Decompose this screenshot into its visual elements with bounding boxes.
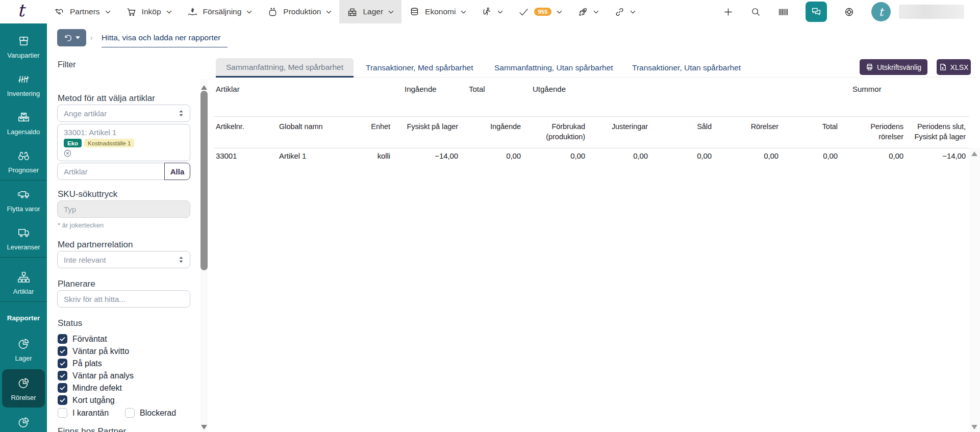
wildcard-note: * är jokertecken xyxy=(58,221,104,229)
col-fysiskt[interactable]: Fysiskt på lager xyxy=(397,121,458,132)
scroll-up-arrow[interactable] xyxy=(201,85,207,90)
app-logo[interactable]: t xyxy=(17,0,24,20)
cell-ingaende: 0,00 xyxy=(470,151,521,160)
sidebar-item-prognoser[interactable]: Prognoser xyxy=(0,142,47,180)
sidebar-item-inventering[interactable]: Inventering xyxy=(0,65,47,104)
cell-globalt-namn: Artikel 1 xyxy=(279,151,306,160)
production-icon xyxy=(267,7,278,17)
scroll-down-arrow[interactable] xyxy=(201,425,207,429)
tab-transaktioner-utan[interactable]: Transaktioner, Utan spårbarhet xyxy=(620,58,753,78)
filter-scrollbar-thumb[interactable] xyxy=(200,91,208,270)
checkbox-forvantat[interactable]: Förväntat xyxy=(58,334,107,344)
artiklar-input[interactable]: Artiklar xyxy=(57,163,165,180)
checkbox-blockerad[interactable]: Blockerad xyxy=(125,408,176,418)
breadcrumb-separator: › xyxy=(90,34,93,42)
menu-partners[interactable]: Partners xyxy=(46,0,118,23)
selected-article-box[interactable]: 33001: Artikel 1 Eko Kostnadsställe 1 xyxy=(57,124,190,161)
history-back-button[interactable] xyxy=(57,29,86,46)
col-periodens-rorelser[interactable]: Periodens rörelser xyxy=(858,121,903,142)
sku-label: SKU-sökuttryck xyxy=(58,189,117,199)
breadcrumb-title[interactable]: Hitta, visa och ladda ner rapporter xyxy=(102,33,228,47)
col-total[interactable]: Total xyxy=(792,121,838,132)
menu-ekonomi[interactable]: Ekonomi xyxy=(401,0,474,23)
menu-forsaljning[interactable]: Försäljning xyxy=(180,0,260,23)
col-periodens-slut[interactable]: Periodens slut, Fysiskt på lager xyxy=(902,121,966,142)
sku-input-disabled: Typ xyxy=(57,200,190,218)
pie-chart-icon xyxy=(17,376,31,390)
chevron-down-icon xyxy=(630,10,636,14)
checkbox-mindre-defekt[interactable]: Mindre defekt xyxy=(58,383,122,393)
col-enhet[interactable]: Enhet xyxy=(349,121,390,132)
col-ingaende[interactable]: Ingående xyxy=(470,121,521,132)
select-stepper-icon xyxy=(179,256,184,263)
menu-links[interactable] xyxy=(607,0,643,23)
sidebar-item-partial[interactable] xyxy=(0,409,47,432)
method-select[interactable]: Ange artiklar xyxy=(57,105,190,122)
search-icon[interactable] xyxy=(750,7,761,17)
xlsx-file-icon xyxy=(939,63,947,71)
printer-icon xyxy=(866,63,873,71)
xlsx-button[interactable]: XLSX xyxy=(937,59,971,75)
checkbox-vantar-kvitto[interactable]: Väntar på kvitto xyxy=(58,346,129,356)
plus-icon[interactable] xyxy=(723,7,734,17)
pie-chart-icon xyxy=(17,337,31,351)
sidebar-item-lager-rapport[interactable]: Lager xyxy=(0,326,47,368)
group-header-artiklar: Artiklar xyxy=(216,85,240,93)
planner-input[interactable]: Skriv för att hitta... xyxy=(57,290,190,308)
partner-select[interactable]: Inte relevant xyxy=(57,251,190,268)
checkbox-pa-plats[interactable]: På plats xyxy=(58,359,102,368)
remove-article-icon[interactable] xyxy=(64,149,71,157)
chevron-down-icon xyxy=(557,10,562,14)
table-scrollbar[interactable] xyxy=(970,148,980,432)
tab-sammanfattning-med[interactable]: Sammanfattning, Med spårbarhet xyxy=(216,58,354,78)
sidebar-item-artiklar[interactable]: Artiklar xyxy=(0,258,47,301)
cell-fysiskt: −14,00 xyxy=(397,151,458,160)
checkbox-kort-utgang[interactable]: Kort utgång xyxy=(58,395,115,405)
scroll-down-arrow[interactable] xyxy=(971,425,977,429)
col-globalt-namn[interactable]: Globalt namn xyxy=(279,121,323,132)
chevron-down-icon xyxy=(326,10,332,14)
menu-launch[interactable] xyxy=(570,0,607,23)
group-header-summor: Summor xyxy=(852,85,882,93)
sidebar: Varupartier Inventering Lagersaldo Progn… xyxy=(0,23,47,432)
menu-tasks[interactable]: 955 xyxy=(511,0,569,23)
table-divider xyxy=(214,148,969,148)
menu-lager[interactable]: Lager xyxy=(339,0,401,23)
col-justeringar[interactable]: Justeringar xyxy=(592,121,648,132)
cell-artikelnr[interactable]: 33001 xyxy=(216,151,237,160)
menu-produktion[interactable]: Produktion xyxy=(260,0,339,23)
eko-badge: Eko xyxy=(64,139,82,147)
scroll-up-arrow[interactable] xyxy=(971,151,977,156)
chat-button[interactable] xyxy=(806,2,827,22)
status-label: Status xyxy=(58,318,82,328)
menu-activities[interactable] xyxy=(474,0,511,23)
sidebar-item-flytta-varor[interactable]: Flytta varor xyxy=(0,181,47,219)
col-sald[interactable]: Såld xyxy=(666,121,712,132)
binoculars-icon xyxy=(17,149,31,163)
selected-article: 33001: Artikel 1 xyxy=(64,128,116,137)
barcode-icon[interactable] xyxy=(778,7,789,17)
kostnadsstalle-badge: Kostnadsställe 1 xyxy=(84,139,134,147)
sidebar-item-varupartier[interactable]: Varupartier xyxy=(0,27,47,65)
print-friendly-button[interactable]: Utskriftsvänlig xyxy=(860,59,927,75)
method-label: Metod för att välja artiklar xyxy=(58,93,155,104)
sidebar-item-rorelser[interactable]: Rörelser xyxy=(2,369,45,408)
group-header-ingaende: Ingående xyxy=(405,85,437,93)
tab-transaktioner-med[interactable]: Transaktioner, Med spårbarhet xyxy=(354,58,486,78)
caret-down-icon xyxy=(76,36,80,39)
menu-inkop[interactable]: Inköp xyxy=(118,0,180,23)
checkbox-checked-icon xyxy=(58,346,67,356)
sidebar-item-leveranser[interactable]: Leveranser xyxy=(0,219,47,257)
tab-sammanfattning-utan[interactable]: Sammanfattning, Utan spårbarhet xyxy=(482,58,625,78)
col-rorelser[interactable]: Rörelser xyxy=(727,121,778,132)
avatar[interactable]: t xyxy=(871,2,891,21)
alla-button[interactable]: Alla xyxy=(164,163,190,180)
checkbox-i-karantan[interactable]: I karantän xyxy=(58,408,109,418)
cell-periodens-slut: −14,00 xyxy=(902,151,966,160)
support-wheel-icon[interactable] xyxy=(844,7,855,17)
checkbox-vantar-analys[interactable]: Väntar på analys xyxy=(58,371,134,380)
sidebar-item-lagersaldo[interactable]: Lagersaldo xyxy=(0,104,47,142)
check-icon xyxy=(518,7,529,17)
col-artikelnr[interactable]: Artikelnr. xyxy=(216,121,244,132)
col-forbrukad[interactable]: Förbrukad (produktion) xyxy=(534,121,585,142)
